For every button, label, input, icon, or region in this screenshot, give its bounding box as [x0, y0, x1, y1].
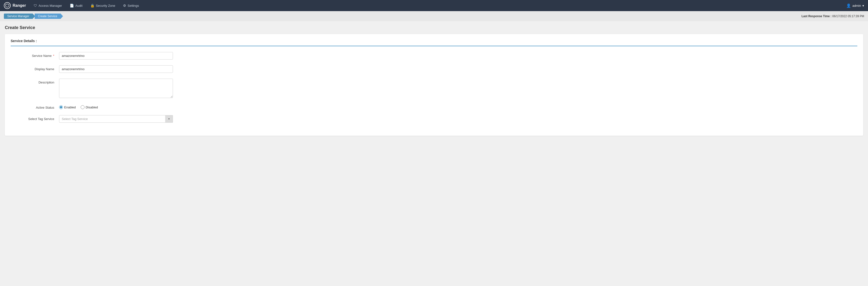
- page-content: Create Service Service Details : Service…: [0, 21, 868, 140]
- nav-access-manager-label: Access Manager: [38, 4, 62, 7]
- admin-menu[interactable]: 👤 admin ▾: [846, 3, 864, 8]
- access-manager-icon: 🛡: [34, 4, 37, 7]
- admin-chevron-icon: ▾: [862, 4, 864, 7]
- admin-icon: 👤: [846, 3, 851, 8]
- active-status-row: Active Status Enabled Disabled: [11, 104, 228, 109]
- breadcrumb: Service Manager Create Service: [4, 13, 63, 19]
- active-status-group: Enabled Disabled: [59, 104, 98, 109]
- navbar: Ranger 🛡 Access Manager 📄 Audit 🔒 Securi…: [0, 0, 868, 11]
- brand-label: Ranger: [12, 3, 26, 8]
- description-input[interactable]: [59, 79, 173, 98]
- select-tag-service-wrapper: Select Tag Service ▾: [59, 115, 173, 123]
- description-row: Description: [11, 79, 228, 98]
- form-card: Service Details : Service Name * Display…: [5, 34, 863, 136]
- brand-icon: [4, 2, 11, 9]
- display-name-input[interactable]: [59, 65, 173, 73]
- breadcrumb-service-manager[interactable]: Service Manager: [4, 13, 35, 19]
- service-name-row: Service Name *: [11, 52, 228, 60]
- display-name-row: Display Name: [11, 65, 228, 73]
- service-name-label: Service Name *: [11, 52, 59, 58]
- service-name-required: *: [52, 54, 54, 58]
- nav-security-zone-label: Security Zone: [96, 4, 115, 7]
- nav-access-manager[interactable]: 🛡 Access Manager: [30, 0, 66, 11]
- enabled-radio[interactable]: [59, 105, 63, 109]
- security-zone-icon: 🔒: [90, 4, 94, 7]
- disabled-radio[interactable]: [81, 105, 85, 109]
- audit-icon: 📄: [70, 4, 74, 7]
- disabled-label: Disabled: [86, 106, 98, 109]
- enabled-option[interactable]: Enabled: [59, 105, 76, 109]
- nav-audit[interactable]: 📄 Audit: [66, 0, 87, 11]
- description-label: Description: [11, 79, 59, 84]
- breadcrumb-bar: Service Manager Create Service Last Resp…: [0, 11, 868, 21]
- nav-settings-label: Settings: [128, 4, 139, 7]
- section-title: Service Details :: [11, 39, 857, 46]
- select-tag-service-row: Select Tag Service Select Tag Service ▾: [11, 115, 228, 123]
- admin-label: admin: [852, 4, 861, 7]
- select-tag-service-input[interactable]: Select Tag Service: [59, 115, 173, 123]
- select-tag-service-label: Select Tag Service: [11, 115, 59, 121]
- nav-audit-label: Audit: [75, 4, 83, 7]
- settings-icon: ⚙: [123, 4, 126, 7]
- nav-security-zone[interactable]: 🔒 Security Zone: [87, 0, 119, 11]
- nav-settings[interactable]: ⚙ Settings: [119, 0, 143, 11]
- enabled-label: Enabled: [64, 106, 76, 109]
- breadcrumb-create-service[interactable]: Create Service: [35, 13, 63, 19]
- display-name-label: Display Name: [11, 65, 59, 71]
- service-name-input[interactable]: [59, 52, 173, 60]
- last-response-time: Last Response Time : 06/17/2022 05:17:39…: [801, 14, 864, 18]
- disabled-option[interactable]: Disabled: [81, 105, 98, 109]
- active-status-label: Active Status: [11, 104, 59, 109]
- page-title: Create Service: [5, 25, 863, 30]
- brand[interactable]: Ranger: [4, 2, 26, 9]
